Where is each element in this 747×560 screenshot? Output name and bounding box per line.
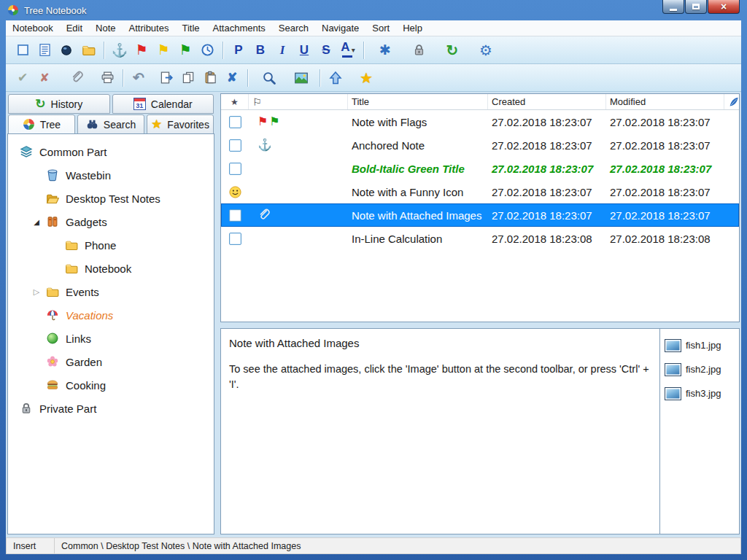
yellow-flag-button[interactable]: ⚑ bbox=[152, 40, 174, 61]
paste-button[interactable] bbox=[199, 68, 221, 88]
underline-button[interactable]: U bbox=[293, 40, 315, 61]
tree-item-label: Garden bbox=[66, 356, 102, 368]
folder-button[interactable] bbox=[77, 40, 99, 61]
green-flag-button[interactable]: ⚑ bbox=[174, 40, 196, 61]
note-checkbox[interactable] bbox=[229, 116, 241, 128]
export-button[interactable] bbox=[155, 68, 177, 88]
menu-attachments[interactable]: Attachments bbox=[206, 20, 272, 36]
menu-search[interactable]: Search bbox=[272, 20, 315, 36]
search-button[interactable] bbox=[258, 68, 280, 88]
strikethrough-button[interactable]: S bbox=[315, 40, 337, 61]
attach-button[interactable] bbox=[66, 68, 88, 88]
menu-note[interactable]: Note bbox=[89, 20, 122, 36]
anchor-button[interactable]: ⚓ bbox=[109, 40, 131, 61]
italic-button[interactable]: I bbox=[271, 40, 293, 61]
note-text-button[interactable] bbox=[34, 40, 55, 61]
note-row-anchored[interactable]: ⚓ Anchored Note 27.02.2018 18:23:07 27.0… bbox=[221, 133, 739, 157]
tree-item-wastebin[interactable]: Wastebin bbox=[8, 163, 214, 187]
paste-icon bbox=[204, 71, 217, 85]
new-note-button[interactable] bbox=[12, 40, 34, 61]
note-preview[interactable]: Note with Attached Images To see the att… bbox=[220, 328, 667, 534]
font-color-button[interactable]: A ▾ bbox=[337, 40, 359, 61]
note-checkbox[interactable] bbox=[229, 233, 241, 245]
menu-title[interactable]: Title bbox=[175, 20, 206, 36]
attachment-name: fish3.jpg bbox=[686, 388, 721, 399]
app-icon bbox=[7, 4, 19, 16]
tree-item-label: Wastebin bbox=[66, 169, 111, 182]
minimize-button[interactable] bbox=[662, 0, 684, 14]
tab-calendar[interactable]: 31 Calendar bbox=[112, 94, 214, 114]
menu-notebook[interactable]: Notebook bbox=[6, 20, 60, 36]
note-row-attached-images[interactable]: Note with Attached Images 27.02.2018 18:… bbox=[221, 203, 739, 227]
tab-tree[interactable]: Tree bbox=[8, 114, 75, 134]
note-checkbox[interactable] bbox=[229, 139, 241, 152]
menu-attributes[interactable]: Attributes bbox=[123, 20, 176, 36]
tree-item-vacations[interactable]: Vacations bbox=[8, 303, 214, 327]
menu-navigate[interactable]: Navigate bbox=[315, 20, 365, 36]
attachment-item[interactable]: fish2.jpg bbox=[663, 357, 736, 381]
tree-item-notebook[interactable]: Notebook bbox=[8, 257, 214, 280]
attachment-item[interactable]: fish3.jpg bbox=[663, 381, 736, 405]
note-checkbox[interactable] bbox=[229, 209, 241, 222]
tab-search[interactable]: Search bbox=[77, 114, 144, 134]
clock-button[interactable] bbox=[196, 40, 218, 61]
tree-item-links[interactable]: Links bbox=[8, 327, 214, 350]
settings-button[interactable]: ⚙ bbox=[475, 40, 497, 61]
star-icon: ★ bbox=[231, 97, 239, 107]
note-row-bold-italic-green[interactable]: Bold-Italic Green Title 27.02.2018 18:23… bbox=[221, 157, 739, 180]
column-header-flags[interactable]: ⚐ bbox=[249, 94, 348, 109]
undo-button[interactable]: ↶ bbox=[128, 68, 150, 88]
tree-item-gadgets[interactable]: ◢ Gadgets bbox=[8, 210, 214, 233]
delete-button[interactable]: ✘ bbox=[221, 68, 243, 88]
lock-button[interactable] bbox=[408, 40, 430, 61]
cancel-icon: ✘ bbox=[39, 72, 49, 84]
paperclip-icon bbox=[258, 209, 271, 222]
column-header-modified[interactable]: Modified bbox=[606, 94, 724, 109]
column-header-created[interactable]: Created bbox=[488, 94, 606, 109]
image-button[interactable] bbox=[290, 68, 312, 88]
note-row-inline-calculation[interactable]: In-Line Calculation 27.02.2018 18:23:08 … bbox=[221, 227, 739, 250]
tree-item-label: Events bbox=[66, 286, 99, 298]
tree-item-cooking[interactable]: Cooking bbox=[8, 373, 214, 397]
tree-item-private-part[interactable]: Private Part bbox=[8, 397, 214, 420]
cancel-button[interactable]: ✘ bbox=[34, 68, 55, 88]
refresh-button[interactable]: ↻ bbox=[441, 40, 463, 61]
note-title: Anchored Note bbox=[348, 133, 488, 157]
flower-button[interactable]: ✱ bbox=[374, 40, 396, 61]
note-created: 27.02.2018 18:23:08 bbox=[488, 227, 606, 250]
column-header-title[interactable]: Title bbox=[348, 94, 488, 109]
note-created: 27.02.2018 18:23:07 bbox=[488, 157, 606, 180]
tree-item-phone[interactable]: Phone bbox=[8, 233, 214, 257]
anchor-icon: ⚓ bbox=[258, 139, 272, 151]
note-row-flags[interactable]: ⚑ ⚑ Note with Flags 27.02.2018 18:23:07 … bbox=[221, 110, 739, 133]
red-flag-button[interactable]: ⚑ bbox=[131, 40, 152, 61]
copy-button[interactable] bbox=[177, 68, 199, 88]
tree-item-desktop-test-notes[interactable]: Desktop Test Notes bbox=[8, 187, 214, 210]
tab-history[interactable]: ↻ History bbox=[8, 94, 110, 114]
menu-edit[interactable]: Edit bbox=[60, 20, 89, 36]
column-header-icon[interactable]: ★ bbox=[221, 94, 249, 109]
close-button[interactable]: × bbox=[708, 0, 740, 14]
sphere-button[interactable] bbox=[55, 40, 77, 61]
tree-item-events[interactable]: ▷ Events bbox=[8, 280, 214, 303]
tab-label: Search bbox=[104, 119, 136, 131]
print-button[interactable] bbox=[96, 68, 118, 88]
tab-favorites[interactable]: ★ Favorites bbox=[147, 114, 214, 134]
expander-collapsed-icon[interactable]: ▷ bbox=[27, 287, 46, 297]
expander-expanded-icon[interactable]: ◢ bbox=[27, 218, 46, 226]
menu-sort[interactable]: Sort bbox=[365, 20, 396, 36]
bold-button[interactable]: B bbox=[249, 40, 271, 61]
column-header-extra[interactable] bbox=[724, 94, 743, 109]
menu-help[interactable]: Help bbox=[396, 20, 429, 36]
note-checkbox[interactable] bbox=[229, 163, 241, 175]
tab-label: Tree bbox=[40, 119, 61, 131]
tree-item-common-part[interactable]: Common Part bbox=[8, 140, 214, 163]
tree-item-garden[interactable]: Garden bbox=[8, 350, 214, 373]
attachment-item[interactable]: fish1.jpg bbox=[663, 333, 736, 357]
maximize-button[interactable] bbox=[685, 0, 707, 14]
move-top-button[interactable] bbox=[325, 68, 347, 88]
favorite-button[interactable]: ★ bbox=[355, 68, 377, 88]
apply-button[interactable]: ✔ bbox=[12, 68, 34, 88]
note-row-funny-icon[interactable]: Note with a Funny Icon 27.02.2018 18:23:… bbox=[221, 180, 739, 203]
paragraph-button[interactable]: P bbox=[228, 40, 249, 61]
